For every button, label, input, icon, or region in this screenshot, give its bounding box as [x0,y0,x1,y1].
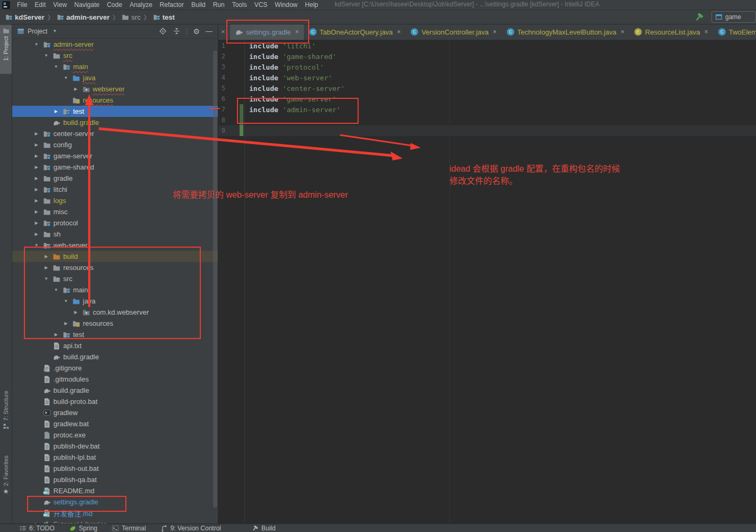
project-scrollbar-thumb[interactable] [213,50,217,508]
tree-item-gitmodules[interactable]: .gitmodules [12,374,218,385]
tree-item-开发备注-md[interactable]: MD开发备注.md [12,508,218,519]
tree-item-litchi[interactable]: ▶litchi [12,184,218,195]
chevron-collapsed-icon[interactable]: ▶ [41,254,52,259]
statusbar-terminal[interactable]: Terminal [112,525,146,532]
tree-item-api-txt[interactable]: api.txt [12,340,218,351]
chevron-collapsed-icon[interactable]: ▶ [31,187,42,192]
statusbar-6-todo[interactable]: 6: TODO [19,525,55,532]
tab-close-icon[interactable]: × [493,28,497,36]
chevron-collapsed-icon[interactable]: ▶ [71,87,81,91]
tab-strip-close-icon[interactable]: × [221,28,225,36]
tree-item-src[interactable]: ▼src [12,273,218,284]
tree-item-web-server[interactable]: ▼web-server [12,240,218,251]
menu-run[interactable]: Run [209,1,228,9]
code-line-2[interactable]: 2include 'game-shared' [218,51,756,62]
menu-view[interactable]: View [49,1,71,9]
breadcrumb-admin-server[interactable]: admin-server [56,13,111,21]
statusbar-build[interactable]: Build [251,525,276,532]
code-line-5[interactable]: 5include 'center-server' [218,83,756,94]
build-hammer-icon[interactable] [694,12,704,22]
chevron-collapsed-icon[interactable]: ▶ [31,165,42,170]
chevron-collapsed-icon[interactable]: ▶ [31,131,42,136]
menu-window[interactable]: Window [271,1,301,9]
stripe-button-project[interactable]: 1: Project [0,25,12,74]
code-editor[interactable]: 1include 'litchi'2include 'game-shared'3… [218,40,756,523]
tree-item-readme-md[interactable]: MDREADME.md [12,485,218,496]
tree-item-src[interactable]: ▼src [12,50,218,61]
tree-item-publish-dev-bat[interactable]: publish-dev.bat [12,441,218,452]
menu-analyze[interactable]: Analyze [126,1,156,9]
chevron-collapsed-icon[interactable]: ▶ [31,209,42,214]
tree-item-resources[interactable]: ▶resources [12,262,218,273]
menu-edit[interactable]: Edit [31,1,49,9]
tab-versioncontroller-java[interactable]: CVersionController.java× [405,24,501,40]
tree-item-build-proto-bat[interactable]: build-proto.bat [12,396,218,407]
tree-item-config[interactable]: ▶config [12,139,218,150]
chevron-collapsed-icon[interactable]: ▶ [31,142,42,147]
code-line-8[interactable]: 8 [218,115,756,125]
tree-item-build[interactable]: ▶build [12,251,218,262]
chevron-collapsed-icon[interactable]: ▶ [31,154,42,158]
tree-item-main[interactable]: ▼main [12,284,218,295]
tab-close-icon[interactable]: × [295,28,299,36]
gear-icon[interactable]: ⚙ [193,28,200,35]
tree-item-gradlew-bat[interactable]: gradlew.bat [12,418,218,429]
menu-navigate[interactable]: Navigate [71,1,103,9]
chevron-collapsed-icon[interactable]: ▶ [31,232,42,237]
tab-technologymaxlevelbutton-java[interactable]: CTechnologyMaxLevelButton.java× [502,24,629,40]
tree-item-protocol[interactable]: ▶protocol [12,217,218,229]
tab-resourcelist-java[interactable]: EResourceList.java× [629,24,712,40]
chevron-expanded-icon[interactable]: ▼ [51,288,62,292]
code-line-1[interactable]: 1include 'litchi' [218,40,756,51]
menu-help[interactable]: Help [301,1,322,9]
stripe-button-structure[interactable]: 7: Structure [0,391,12,442]
tree-item-center-server[interactable]: ▶center-server [12,128,218,139]
tree-item-settings-gradle[interactable]: settings.gradle [12,496,218,508]
code-line-7[interactable]: 7include 'admin-server' [218,104,756,115]
chevron-collapsed-icon[interactable]: ▶ [31,198,42,203]
tree-item-admin-server[interactable]: ▼admin-server [12,39,218,50]
chevron-expanded-icon[interactable]: ▼ [41,276,52,281]
tree-item-com-kd-webserver[interactable]: ▶com.kd.webserver [12,307,218,318]
chevron-collapsed-icon[interactable]: ▶ [31,176,42,181]
tree-item-publish-qa-bat[interactable]: publish-qa.bat [12,474,218,485]
tree-item-java[interactable]: ▼java [12,72,218,83]
menu-vcs[interactable]: VCS [251,1,271,9]
tab-settings-gradle[interactable]: settings.gradle× [230,24,304,40]
statusbar-9-version-control[interactable]: 9: Version Control [160,525,221,532]
tree-item-game-server[interactable]: ▶game-server [12,150,218,162]
chevron-collapsed-icon[interactable]: ▶ [71,310,81,315]
code-line-4[interactable]: 4include 'web-server' [218,72,756,83]
chevron-collapsed-icon[interactable]: ▶ [41,265,52,270]
tree-item-test[interactable]: ▶test [12,329,218,340]
tree-item-gradle[interactable]: ▶gradle [12,173,218,184]
menu-refactor[interactable]: Refactor [156,1,188,9]
tree-item-test[interactable]: ▶test [12,106,218,117]
tree-item-resources[interactable]: ▶resources [12,318,218,329]
chevron-collapsed-icon[interactable]: ▶ [51,332,62,337]
code-line-3[interactable]: 3include 'protocol' [218,62,756,72]
tree-item-logs[interactable]: ▶logs [12,195,218,206]
menu-file[interactable]: File [13,1,31,9]
tree-item-publish-lpl-bat[interactable]: publish-lpl.bat [12,452,218,463]
tree-item-build-gradle[interactable]: build.gradle [12,351,218,362]
tab-close-icon[interactable]: × [397,28,401,36]
tree-item-main[interactable]: ▼main [12,61,218,72]
tree-item-sh[interactable]: ▶sh [12,229,218,240]
locate-file-icon[interactable] [159,27,167,35]
tab-taboneactorquery-java[interactable]: CTabOneActorQuery.java× [304,24,406,40]
tab-close-icon[interactable]: × [704,28,708,36]
chevron-expanded-icon[interactable]: ▼ [61,299,71,303]
chevron-collapsed-icon[interactable]: ▶ [61,321,71,326]
statusbar-spring[interactable]: Spring [69,525,98,532]
chevron-expanded-icon[interactable]: ▼ [31,42,42,47]
breadcrumb-test[interactable]: test [152,13,176,21]
tree-item-publish-out-bat[interactable]: publish-out.bat [12,463,218,474]
tree-item-webserver[interactable]: ▶webserver [12,83,218,95]
tree-item-resources[interactable]: resources [12,95,218,106]
tree-item-build-gradle[interactable]: build.gradle [12,385,218,396]
tree-item-gradlew[interactable]: gradlew [12,407,218,418]
tree-item-game-shared[interactable]: ▶game-shared [12,162,218,173]
stripe-button-favorites[interactable]: 2: Favorites ★ [0,455,12,520]
tab-close-icon[interactable]: × [621,28,624,36]
